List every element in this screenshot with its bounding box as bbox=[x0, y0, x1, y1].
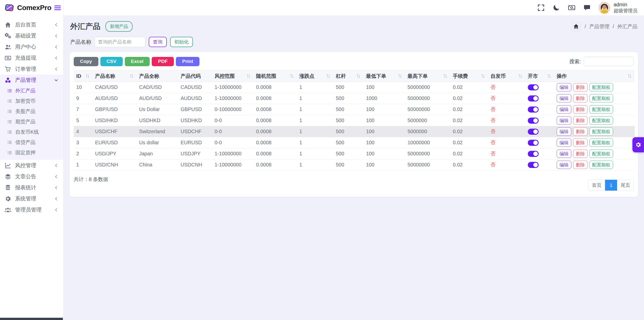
column-header-涨跌点[interactable]: 涨跌点 bbox=[297, 70, 333, 82]
sidebar-item-admin-management[interactable]: 管理员管理 bbox=[0, 204, 63, 215]
cell-market-open bbox=[525, 137, 554, 148]
configure-options-button[interactable]: 配置期权 bbox=[589, 105, 613, 114]
market-open-toggle[interactable] bbox=[528, 151, 539, 157]
sidebar-item-order-management[interactable]: 订单管理 bbox=[0, 63, 63, 75]
sidebar-subitem-futures-products[interactable]: 期货产品 bbox=[0, 117, 63, 127]
sidebar-subitem-self-coin-kline[interactable]: 自发币K线 bbox=[0, 127, 63, 137]
delete-button[interactable]: 删除 bbox=[573, 138, 588, 147]
column-header-随机范围[interactable]: 随机范围 bbox=[254, 70, 297, 82]
configure-options-button[interactable]: 配置期权 bbox=[589, 94, 613, 102]
delete-button[interactable]: 删除 bbox=[573, 116, 588, 125]
edit-button[interactable]: 编辑 bbox=[557, 138, 571, 147]
fullscreen-icon[interactable] bbox=[537, 4, 545, 12]
breadcrumb-home-button[interactable] bbox=[571, 21, 581, 32]
edit-button[interactable]: 编辑 bbox=[557, 127, 571, 136]
edit-button[interactable]: 编辑 bbox=[557, 105, 571, 114]
copy-export-button[interactable]: Copy bbox=[74, 57, 98, 66]
sidebar-item-deposit-withdraw[interactable]: 充值提现 bbox=[0, 52, 63, 63]
avatar[interactable] bbox=[598, 2, 610, 14]
sidebar-item-risk-management[interactable]: 风控管理 bbox=[0, 160, 63, 171]
sidebar-item-system-management[interactable]: 系统管理 bbox=[0, 193, 63, 204]
market-open-toggle[interactable] bbox=[528, 84, 539, 90]
sidebar-toggle-hamburger-icon[interactable] bbox=[53, 4, 62, 12]
money-icon bbox=[5, 55, 11, 61]
sidebar-item-basic-settings[interactable]: 基础设置 bbox=[0, 30, 63, 41]
table-search-input[interactable] bbox=[584, 57, 634, 66]
csv-export-button[interactable]: CSV bbox=[100, 57, 123, 66]
market-open-toggle[interactable] bbox=[528, 129, 539, 135]
money-icon[interactable] bbox=[568, 4, 576, 12]
edit-button[interactable]: 编辑 bbox=[557, 116, 571, 125]
sidebar-item-article-announcement[interactable]: 文章公告 bbox=[0, 171, 63, 182]
market-open-toggle[interactable] bbox=[528, 118, 539, 124]
self-coin-value: 否 bbox=[491, 151, 496, 156]
user-menu[interactable]: admin 超级管理员 bbox=[598, 1, 637, 14]
column-header-最高下单[interactable]: 最高下单 bbox=[405, 70, 450, 82]
delete-button[interactable]: 删除 bbox=[573, 83, 588, 91]
product-name-input[interactable] bbox=[95, 37, 145, 47]
reset-button[interactable]: 初始化 bbox=[170, 37, 193, 47]
pdf-export-button[interactable]: PDF bbox=[152, 57, 174, 66]
cell-min_order: 100 bbox=[364, 159, 405, 170]
column-header-风控范围[interactable]: 风控范围 bbox=[212, 70, 254, 82]
pagination-page-1[interactable]: 1 bbox=[605, 180, 617, 191]
market-open-toggle[interactable] bbox=[528, 95, 539, 101]
delete-button[interactable]: 删除 bbox=[573, 94, 588, 102]
delete-button[interactable]: 删除 bbox=[573, 161, 588, 169]
sidebar-subitem-fixed-staking[interactable]: 固定质押 bbox=[0, 148, 63, 158]
sidebar-subitem-forex-products[interactable]: 外汇产品 bbox=[0, 86, 63, 96]
excel-export-button[interactable]: Excel bbox=[125, 57, 150, 66]
column-header-手续费[interactable]: 手续费 bbox=[450, 70, 488, 82]
horizontal-scrollbar-thumb[interactable] bbox=[0, 318, 63, 320]
sidebar-subitem-crypto-currency[interactable]: 加密货币 bbox=[0, 96, 63, 106]
cell-point: 1 bbox=[297, 159, 333, 170]
configure-options-button[interactable]: 配置期权 bbox=[589, 127, 613, 136]
edit-button[interactable]: 编辑 bbox=[557, 83, 571, 91]
print-export-button[interactable]: Print bbox=[176, 57, 199, 66]
configure-options-button[interactable]: 配置期权 bbox=[589, 116, 613, 125]
edit-button[interactable]: 编辑 bbox=[557, 94, 571, 102]
market-open-toggle[interactable] bbox=[528, 140, 539, 146]
chat-icon[interactable] bbox=[583, 4, 591, 12]
sidebar-item-label: 后台首页 bbox=[15, 21, 36, 28]
delete-button[interactable]: 删除 bbox=[573, 127, 588, 136]
add-product-button[interactable]: 新增产品 bbox=[105, 21, 133, 32]
pagination-first[interactable]: 首页 bbox=[588, 180, 605, 191]
market-open-toggle[interactable] bbox=[528, 162, 539, 168]
configure-options-button[interactable]: 配置期权 bbox=[589, 138, 613, 147]
self-coin-value: 否 bbox=[491, 162, 496, 167]
sidebar-item-report-statistics[interactable]: 报表统计 bbox=[0, 182, 63, 193]
column-header-产品名称[interactable]: 产品名称 bbox=[93, 70, 137, 82]
breadcrumb-item-forex-products: 外汇产品 bbox=[617, 23, 637, 30]
configure-options-button[interactable]: 配置期权 bbox=[589, 83, 613, 91]
edit-button[interactable]: 编辑 bbox=[557, 161, 571, 169]
column-header-操作[interactable]: 操作 bbox=[554, 70, 635, 82]
sidebar-item-dashboard[interactable]: 后台首页 bbox=[0, 19, 63, 30]
moon-icon[interactable] bbox=[552, 4, 560, 12]
chevron-left-icon bbox=[54, 44, 59, 50]
column-header-杠杆[interactable]: 杠杆 bbox=[333, 70, 364, 82]
configure-options-button[interactable]: 配置期权 bbox=[589, 150, 613, 158]
sidebar-subitem-us-stock-products[interactable]: 美股产品 bbox=[0, 106, 63, 117]
configure-options-button[interactable]: 配置期权 bbox=[589, 161, 613, 169]
query-button[interactable]: 查询 bbox=[149, 37, 167, 47]
delete-button[interactable]: 删除 bbox=[573, 150, 588, 158]
sort-icon bbox=[547, 74, 552, 79]
cell-fee: 0.02 bbox=[450, 148, 488, 159]
column-header-ID[interactable]: ID bbox=[74, 70, 93, 82]
cell-random_range: 0.0008 bbox=[254, 115, 297, 126]
pagination-last[interactable]: 尾页 bbox=[617, 180, 634, 191]
list-icon bbox=[7, 109, 12, 114]
column-header-最低下单[interactable]: 最低下单 bbox=[364, 70, 405, 82]
edit-button[interactable]: 编辑 bbox=[557, 150, 571, 158]
market-open-toggle[interactable] bbox=[528, 106, 539, 113]
column-header-开市[interactable]: 开市 bbox=[525, 70, 554, 82]
sidebar-subitem-lending-products[interactable]: 借贷产品 bbox=[0, 137, 63, 148]
sidebar-item-user-center[interactable]: 用户中心 bbox=[0, 41, 63, 52]
table-card: CopyCSVExcelPDFPrint 搜索: ID产品名称产品全称产品代码风… bbox=[70, 52, 638, 197]
breadcrumb-item-product-management[interactable]: 产品管理 bbox=[589, 23, 609, 30]
theme-settings-button[interactable] bbox=[632, 137, 644, 152]
column-header-自发币[interactable]: 自发币 bbox=[488, 70, 525, 82]
delete-button[interactable]: 删除 bbox=[573, 105, 588, 114]
sidebar-item-product-management[interactable]: 产品管理 bbox=[0, 75, 63, 86]
